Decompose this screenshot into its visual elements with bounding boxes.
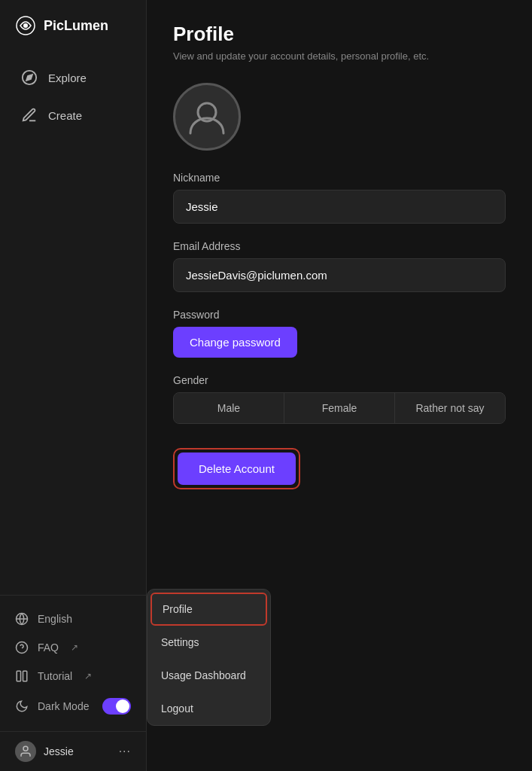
popup-menu-item-settings[interactable]: Settings xyxy=(147,626,270,659)
avatar-container[interactable] xyxy=(173,83,506,151)
dark-mode-toggle[interactable] xyxy=(102,698,131,715)
nickname-label: Nickname xyxy=(173,172,506,184)
user-icon xyxy=(19,745,32,758)
popup-menu-item-usage-dashboard[interactable]: Usage Dashboard xyxy=(147,659,270,692)
pen-icon xyxy=(21,107,38,123)
gender-options: Male Female Rather not say xyxy=(173,392,506,424)
sidebar: PicLumen Explore Create English xyxy=(0,0,147,771)
page-title: Profile xyxy=(173,23,506,46)
logo[interactable]: PicLumen xyxy=(0,15,146,59)
user-name: Jessie xyxy=(44,745,111,757)
tutorial-label: Tutorial xyxy=(38,670,72,682)
create-label: Create xyxy=(48,109,82,122)
compass-icon xyxy=(21,69,38,86)
svg-point-10 xyxy=(23,746,28,751)
popup-menu-item-logout[interactable]: Logout xyxy=(147,692,270,725)
sidebar-item-faq[interactable]: FAQ ↗ xyxy=(0,633,146,662)
svg-marker-3 xyxy=(26,75,32,81)
help-circle-icon xyxy=(15,641,29,654)
password-label: Password xyxy=(173,309,506,321)
user-row[interactable]: Jessie ··· xyxy=(0,731,146,771)
moon-icon xyxy=(15,699,29,713)
gender-group: Gender Male Female Rather not say xyxy=(173,374,506,424)
gender-female[interactable]: Female xyxy=(284,393,394,423)
sidebar-bottom: English FAQ ↗ Tutorial ↗ Dark Mode xyxy=(0,595,146,731)
tutorial-external-icon: ↗ xyxy=(84,671,92,681)
logo-icon xyxy=(15,15,36,36)
user-avatar xyxy=(15,741,36,762)
sidebar-item-tutorial[interactable]: Tutorial ↗ xyxy=(0,662,146,690)
delete-account-wrapper: Delete Account xyxy=(173,448,300,489)
sidebar-item-create[interactable]: Create xyxy=(6,98,140,133)
book-icon xyxy=(15,669,29,683)
user-menu-dots[interactable]: ··· xyxy=(119,745,131,758)
password-group: Password Change password xyxy=(173,309,506,358)
nickname-input[interactable] xyxy=(173,190,506,224)
avatar-icon xyxy=(186,96,228,138)
explore-label: Explore xyxy=(48,72,87,84)
svg-rect-8 xyxy=(17,671,20,681)
popup-menu: Profile Settings Usage Dashboard Logout xyxy=(147,589,271,726)
dark-mode-row: Dark Mode xyxy=(0,690,146,722)
gender-male[interactable]: Male xyxy=(174,393,284,423)
faq-external-icon: ↗ xyxy=(71,642,78,653)
gender-label: Gender xyxy=(173,374,506,386)
delete-account-button[interactable]: Delete Account xyxy=(178,453,296,485)
svg-point-1 xyxy=(23,23,28,28)
globe-icon xyxy=(15,612,29,626)
sidebar-item-explore[interactable]: Explore xyxy=(6,60,140,95)
sidebar-item-language[interactable]: English xyxy=(0,605,146,633)
nickname-group: Nickname xyxy=(173,172,506,224)
avatar xyxy=(173,83,241,151)
page-subtitle: View and update your account details, pe… xyxy=(173,50,506,62)
gender-rather-not-say[interactable]: Rather not say xyxy=(394,393,505,423)
change-password-button[interactable]: Change password xyxy=(173,327,297,358)
email-input[interactable] xyxy=(173,258,506,292)
popup-menu-item-profile[interactable]: Profile xyxy=(150,593,267,626)
email-label: Email Address xyxy=(173,240,506,252)
dark-mode-label: Dark Mode xyxy=(38,700,93,712)
faq-label: FAQ xyxy=(38,641,59,654)
svg-rect-9 xyxy=(23,671,27,681)
app-name: PicLumen xyxy=(44,18,108,34)
email-group: Email Address xyxy=(173,240,506,292)
language-label: English xyxy=(38,613,72,625)
